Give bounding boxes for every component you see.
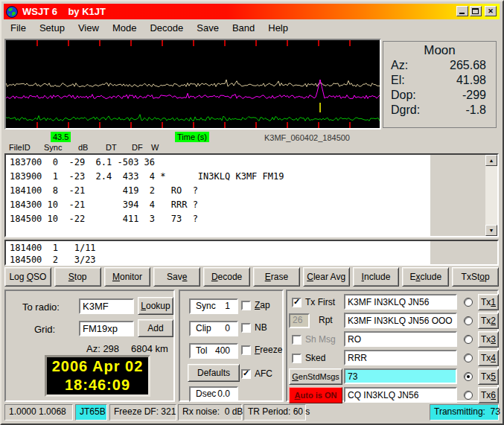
transmitting-panel: Transmitting: 73 [430, 404, 499, 421]
tx2-message-input[interactable] [344, 313, 457, 328]
defaults-button[interactable]: Defaults [188, 364, 240, 382]
tx-row-3: Sh Msg Tx3 [287, 331, 497, 348]
tx-row-5: GenStdMsgs Tx5 [287, 368, 497, 385]
sync-spinner[interactable]: Sync1 [189, 298, 238, 314]
menu-file[interactable]: File [4, 21, 33, 36]
clear-avg-button[interactable]: Clear Avg [303, 267, 350, 287]
menu-mode[interactable]: Mode [106, 21, 144, 36]
tx-first-checkbox[interactable]: Tx First [292, 297, 335, 307]
nb-checkbox[interactable]: NB [241, 322, 267, 333]
decode-scrollbar[interactable]: ▲ ▼ [485, 155, 497, 236]
freeze-checkbox[interactable]: Freeze [241, 345, 282, 355]
to-radio-label: To radio: [22, 301, 60, 313]
moon-elevation: El:41.98 [383, 73, 496, 88]
menu-help[interactable]: Help [261, 21, 295, 36]
tx6-radio[interactable] [464, 391, 473, 400]
rpt-label: Rpt [319, 315, 333, 325]
tx4-button[interactable]: Tx4 [478, 350, 499, 366]
distance-value: 6804 km [131, 343, 168, 354]
tx5-message-input[interactable] [344, 368, 457, 384]
monitor-button[interactable]: Monitor [104, 267, 151, 287]
dsec-spinner[interactable]: Dsec0.0 [189, 386, 238, 402]
scroll-down-icon[interactable]: ▼ [485, 225, 497, 236]
tx-row-2: 26 Rpt Tx2 [287, 313, 497, 329]
clock-date: 2006 Apr 02 [47, 357, 148, 376]
sh-msg-checkbox: Sh Msg [292, 334, 336, 345]
to-radio-input[interactable] [79, 298, 134, 314]
header-w: W [151, 143, 159, 152]
zap-checkbox[interactable]: Zap [241, 300, 270, 310]
decode-button[interactable]: Decode [203, 267, 250, 287]
tx6-message-input[interactable] [344, 387, 457, 403]
sked-checkbox[interactable]: Sked [292, 353, 325, 363]
tx3-radio[interactable] [464, 335, 473, 344]
menu-bar: File Setup View Mode Decode Save Band He… [4, 21, 500, 36]
header-fileid: FileID [9, 143, 31, 152]
tx5-radio[interactable] [464, 372, 473, 381]
plot-value-label: 43.5 [51, 132, 71, 142]
tx1-button[interactable]: Tx1 [478, 294, 499, 310]
tx-row-6: Auto is ON Tx6 [287, 387, 497, 403]
afc-checkbox[interactable]: AFC [241, 368, 272, 379]
app-globe-icon [6, 6, 18, 18]
close-button[interactable]: ✕ [485, 6, 497, 16]
average-text-area[interactable]: 181400 1 1/11 184500 2 3/23 [4, 240, 499, 266]
grid-input[interactable] [79, 321, 134, 336]
tx3-button[interactable]: Tx3 [478, 331, 499, 348]
scroll-up-icon[interactable]: ▲ [485, 155, 497, 166]
tx-row-1: Tx First Tx1 [287, 294, 497, 310]
plot-axis-label: Time (s) [175, 132, 209, 142]
moon-degradation: Dgrd:-1.8 [383, 103, 496, 118]
header-dt: DT [106, 143, 117, 152]
auto-on-button[interactable]: Auto is ON [289, 387, 342, 403]
save-button[interactable]: Save [153, 267, 200, 287]
decoded-text-area[interactable]: 183700 0 -29 6.1 -503 36 183900 1 -23 2.… [4, 153, 499, 237]
maximize-button[interactable] [470, 6, 482, 16]
erase-button[interactable]: Erase [253, 267, 300, 287]
tx-row-4: Sked Tx4 [287, 350, 497, 366]
log-qso-button[interactable]: Log QSO [4, 267, 51, 287]
window-title: WSJT 6 by K1JT [22, 6, 106, 17]
wav-file-label: K3MF_060402_184500 [264, 133, 350, 142]
tx3-message-input[interactable] [344, 331, 457, 347]
include-button[interactable]: Include [353, 267, 400, 287]
average-text[interactable]: 181400 1 1/11 184500 2 3/23 [10, 242, 96, 266]
minimize-button[interactable] [456, 6, 468, 16]
gen-std-msgs-button[interactable]: GenStdMsgs [289, 368, 342, 385]
decode-column-headers: FileID Sync dB DT DF W [4, 143, 377, 153]
decoded-text[interactable]: 183700 0 -29 6.1 -503 36 183900 1 -23 2.… [10, 156, 284, 226]
stop-button[interactable]: Stop [54, 267, 101, 287]
clip-spinner[interactable]: Clip0 [189, 321, 238, 336]
tx-messages-group: Tx First Tx1 26 Rpt Tx2 Sh Msg Tx3 [286, 290, 499, 402]
tx2-radio[interactable] [464, 316, 473, 325]
menu-view[interactable]: View [71, 21, 106, 36]
clock-time: 18:46:09 [47, 376, 148, 394]
menu-band[interactable]: Band [226, 21, 261, 36]
azimuth-value: Az: 298 [86, 343, 119, 354]
tx1-radio[interactable] [464, 298, 473, 307]
moon-panel: Moon Az:265.68 El:41.98 Dop:-299 Dgrd:-1… [383, 41, 497, 128]
add-button[interactable]: Add [138, 319, 173, 337]
tx5-button[interactable]: Tx5 [478, 368, 499, 385]
rpt-value-field: 26 [289, 313, 310, 328]
tx4-radio[interactable] [464, 354, 473, 362]
calibration-panel: 1.0000 1.0068 [4, 404, 73, 421]
tx1-message-input[interactable] [344, 294, 457, 310]
header-db: dB [78, 143, 88, 152]
txstop-button[interactable]: TxStop [452, 267, 499, 287]
freeze-df-panel: Freeze DF: 321 [109, 404, 176, 421]
parameters-group: Sync1 Clip0 Tol400 Defaults Dsec0.0 Zap … [179, 290, 284, 402]
tol-spinner[interactable]: Tol400 [189, 343, 238, 359]
lookup-button[interactable]: Lookup [138, 297, 173, 315]
header-sync: Sync [44, 143, 62, 152]
tx6-button[interactable]: Tx6 [478, 387, 499, 403]
title-bar[interactable]: WSJT 6 by K1JT ✕ [4, 4, 500, 19]
tx4-message-input[interactable] [344, 350, 457, 365]
spectrum-display[interactable] [4, 39, 381, 130]
exclude-button[interactable]: Exclude [402, 267, 449, 287]
menu-setup[interactable]: Setup [33, 21, 71, 36]
menu-save[interactable]: Save [190, 21, 226, 36]
menu-decode[interactable]: Decode [143, 21, 190, 36]
grid-label: Grid: [34, 324, 55, 335]
tx2-button[interactable]: Tx2 [478, 313, 499, 329]
